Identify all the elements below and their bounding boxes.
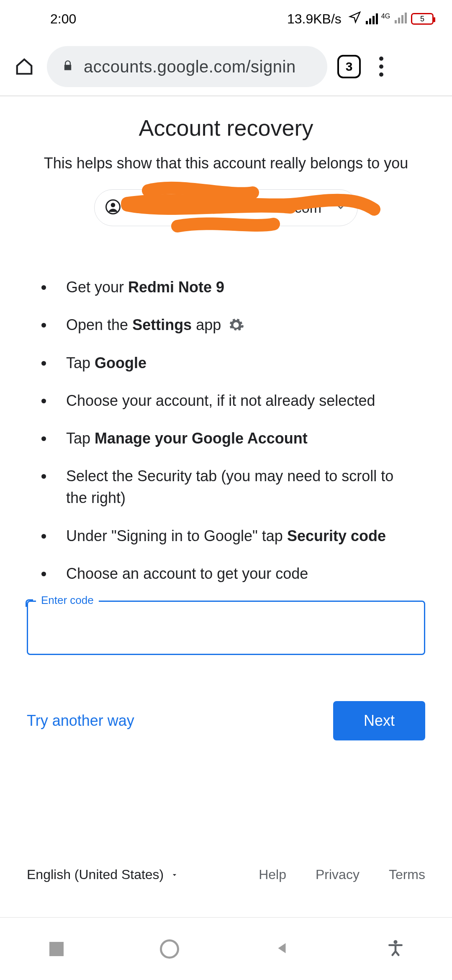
privacy-link[interactable]: Privacy (316, 867, 360, 882)
nav-home-button[interactable] (157, 939, 182, 959)
nav-accessibility-button[interactable] (383, 939, 408, 959)
status-time: 2:00 (50, 11, 76, 27)
page-title: Account recovery (27, 115, 425, 141)
account-chip[interactable]: .com (94, 189, 358, 226)
address-bar[interactable]: accounts.google.com/signin (47, 46, 327, 87)
gear-icon (225, 316, 244, 333)
nav-back-button[interactable] (270, 941, 295, 957)
lock-icon (62, 60, 74, 73)
location-icon (348, 10, 362, 27)
list-item: Choose an account to get your code (54, 563, 413, 585)
system-nav-bar (0, 917, 452, 980)
tab-switcher[interactable]: 3 (337, 55, 361, 78)
list-item: Open the Settings app (54, 314, 413, 336)
terms-link[interactable]: Terms (389, 867, 425, 882)
data-rate: 13.9KB/s (287, 11, 342, 27)
overflow-menu-icon[interactable] (371, 57, 392, 77)
next-button[interactable]: Next (333, 701, 425, 740)
browser-toolbar: accounts.google.com/signin 3 (0, 38, 452, 96)
signal-icon-2 (395, 13, 407, 23)
url-text: accounts.google.com/signin (84, 57, 296, 76)
try-another-way-link[interactable]: Try another way (27, 712, 134, 730)
page-content: Account recovery This helps show that th… (0, 96, 452, 740)
code-field: Enter code (27, 601, 425, 655)
page-footer: English (United States) Help Privacy Ter… (0, 867, 452, 882)
language-selector[interactable]: English (United States) (27, 867, 179, 882)
list-item: Choose your account, if it not already s… (54, 390, 413, 412)
code-input[interactable] (27, 601, 425, 655)
network-label: 4G (381, 13, 390, 20)
page-subtitle: This helps show that this account really… (27, 152, 425, 174)
home-button[interactable] (12, 57, 37, 76)
action-row: Try another way Next (27, 701, 425, 740)
list-item: Tap Manage your Google Account (54, 428, 413, 449)
list-item: Get your Redmi Note 9 (54, 276, 413, 298)
code-label: Enter code (36, 594, 99, 607)
avatar-icon (105, 199, 121, 216)
signal-icon (366, 13, 378, 24)
nav-recent-button[interactable] (44, 942, 69, 956)
chevron-down-icon (335, 201, 347, 214)
list-item: Under "Signing in to Google" tap Securit… (54, 525, 413, 547)
status-bar: 2:00 13.9KB/s 4G 5 (0, 0, 452, 38)
status-indicators: 13.9KB/s 4G 5 (287, 10, 434, 27)
list-item: Tap Google (54, 352, 413, 374)
help-link[interactable]: Help (259, 867, 286, 882)
dropdown-icon (170, 871, 179, 879)
battery-icon: 5 (411, 13, 434, 25)
svg-point-1 (111, 203, 116, 207)
instruction-list: Get your Redmi Note 9 Open the Settings … (27, 276, 425, 585)
list-item: Select the Security tab (you may need to… (54, 465, 413, 509)
account-email-suffix: .com (290, 200, 321, 216)
svg-point-2 (393, 940, 397, 944)
